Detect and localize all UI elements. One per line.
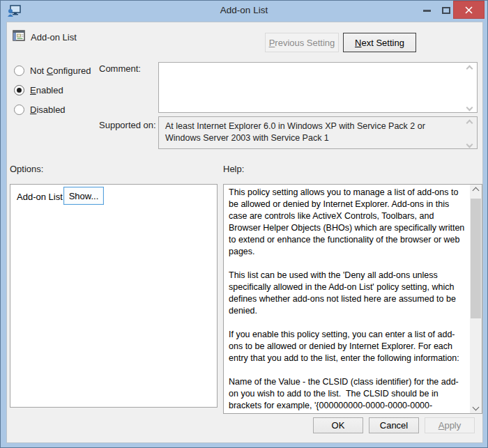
addon-list-dialog: Add-on List Add-o (0, 0, 488, 448)
radio-not-configured[interactable]: Not Configured (14, 65, 91, 76)
options-label: Options: (10, 164, 43, 174)
radio-disabled[interactable]: Disabled (14, 105, 66, 115)
radio-enabled[interactable]: Enabled (14, 85, 63, 95)
ok-button[interactable]: OK (313, 417, 363, 433)
scroll-up-icon (473, 187, 480, 194)
previous-setting-label: Previous Setting (269, 38, 335, 48)
dialog-content: Add-on List Previous Setting Next Settin… (6, 22, 483, 443)
radio-not-configured-label: Not Configured (30, 65, 91, 76)
radio-circle-icon (14, 85, 24, 95)
help-paragraph: Name of the Value - the CLSID (class ide… (229, 376, 466, 413)
help-scrollbar[interactable] (470, 185, 482, 413)
policy-name: Add-on List (31, 32, 77, 43)
help-paragraph: If you enable this policy setting, you c… (229, 329, 466, 364)
maximize-icon (442, 7, 450, 14)
window-title: Add-on List (1, 5, 487, 15)
cancel-button[interactable]: Cancel (369, 417, 419, 433)
comment-label: Comment: (99, 63, 141, 74)
radio-enabled-label: Enabled (30, 85, 63, 95)
maximize-button[interactable] (439, 3, 454, 17)
scroll-down-icon (473, 404, 480, 411)
close-button[interactable] (453, 1, 485, 19)
show-button[interactable]: Show... (63, 187, 104, 205)
radio-circle-icon (14, 65, 24, 76)
apply-button[interactable]: Apply (425, 417, 475, 433)
comment-input[interactable] (158, 62, 478, 113)
option-item-label: Add-on List (17, 192, 63, 202)
scroll-down-button[interactable] (470, 401, 482, 413)
help-paragraph: This policy setting allows you to manage… (229, 187, 466, 258)
minimize-button[interactable] (419, 3, 434, 17)
next-setting-label: Next Setting (355, 38, 404, 48)
help-text: This policy setting allows you to manage… (224, 185, 470, 413)
titlebar[interactable]: Add-on List (1, 1, 487, 22)
scroll-up-button[interactable] (470, 185, 482, 196)
help-panel: This policy setting allows you to manage… (223, 184, 482, 414)
next-setting-button[interactable]: Next Setting (343, 33, 416, 52)
minimize-icon (423, 10, 431, 12)
apply-label: Apply (439, 420, 462, 431)
previous-setting-button[interactable]: Previous Setting (265, 33, 339, 52)
radio-disabled-label: Disabled (30, 105, 66, 115)
supported-on-label: Supported on: (99, 120, 156, 130)
radio-circle-icon (14, 105, 24, 115)
policy-setting-icon (13, 29, 25, 44)
close-icon (464, 6, 473, 15)
options-panel: Add-on List Show... (10, 184, 218, 408)
supported-on-box: At least Internet Explorer 6.0 in Window… (158, 116, 478, 149)
help-label: Help: (223, 164, 244, 174)
scrollbar-thumb[interactable] (471, 199, 481, 318)
help-paragraph: This list can be used with the 'Deny all… (229, 270, 466, 317)
